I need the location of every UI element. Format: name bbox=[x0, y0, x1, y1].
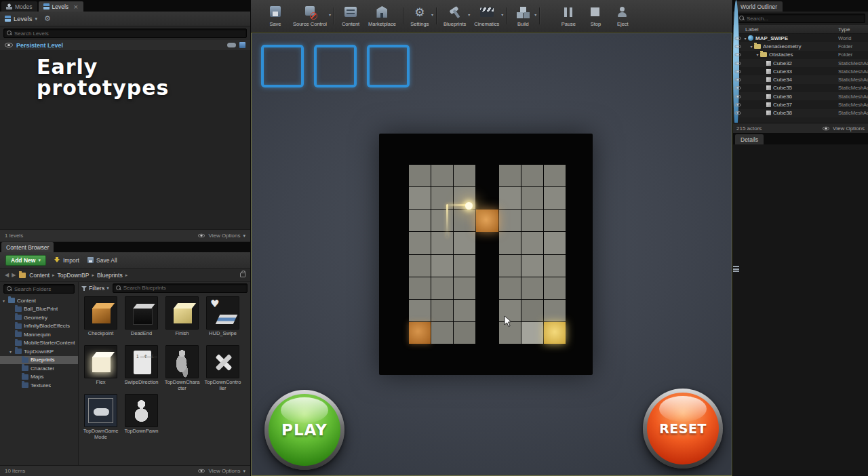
lock-icon[interactable] bbox=[240, 273, 245, 277]
outliner-row-arenageometry[interactable]: ▾ArenaGeometryFolder bbox=[733, 42, 868, 50]
eye-icon[interactable] bbox=[5, 43, 13, 47]
breadcrumb-item-topdownbp[interactable]: TopDownBP bbox=[58, 272, 90, 279]
board-tile bbox=[499, 187, 521, 209]
asset-deadend[interactable]: DeadEnd bbox=[123, 296, 160, 342]
pause-button[interactable]: Pause bbox=[555, 3, 582, 28]
stop-button[interactable]: Stop bbox=[582, 3, 609, 28]
content-button[interactable]: Content bbox=[337, 3, 364, 28]
content-browser-body: ▾ContentBall_BluePrintGeometryInfinityBl… bbox=[0, 282, 250, 465]
asset-finish[interactable]: Finish bbox=[163, 296, 201, 342]
tab-levels[interactable]: Levels × bbox=[39, 1, 83, 12]
reset-button[interactable]: RESET bbox=[643, 389, 723, 469]
board-tile bbox=[521, 300, 543, 321]
add-new-button[interactable]: Add New ▾ bbox=[5, 255, 46, 266]
view-options-button[interactable]: View Options bbox=[208, 468, 240, 474]
eye-icon[interactable] bbox=[735, 53, 741, 56]
cube-icon bbox=[766, 102, 771, 107]
eye-icon[interactable] bbox=[735, 103, 741, 106]
save-button[interactable]: Save bbox=[262, 3, 289, 28]
asset-flex[interactable]: Flex bbox=[82, 345, 119, 391]
outliner-row-cube37[interactable]: Cube37StaticMeshActor bbox=[733, 100, 868, 108]
content-browser-actions: Add New ▾ Import Save All bbox=[0, 252, 250, 269]
eject-button[interactable]: Eject bbox=[609, 3, 636, 28]
save-icon bbox=[267, 5, 283, 20]
eye-icon[interactable] bbox=[735, 95, 741, 98]
folder-item-maps[interactable]: Maps bbox=[0, 373, 78, 382]
folder-item-textures[interactable]: Textures bbox=[0, 381, 78, 390]
breadcrumb-item-content[interactable]: Content bbox=[29, 272, 50, 279]
assets-search-input[interactable] bbox=[123, 285, 244, 291]
build-button[interactable]: Build▾ bbox=[509, 3, 536, 28]
tab-modes[interactable]: Modes bbox=[1, 1, 37, 12]
asset-topdowncontroller[interactable]: TopDownController bbox=[204, 345, 241, 391]
view-options-button[interactable]: View Options bbox=[208, 233, 240, 239]
folders-search[interactable] bbox=[3, 284, 75, 294]
save-level-icon[interactable] bbox=[239, 42, 245, 48]
folder-item-infinitybladeeffects[interactable]: InfinityBladeEffects bbox=[0, 322, 78, 331]
marketplace-button[interactable]: Marketplace bbox=[364, 3, 400, 28]
outliner-row-cube38[interactable]: Cube38StaticMeshActor bbox=[733, 109, 868, 117]
eye-icon[interactable] bbox=[735, 78, 741, 81]
blueprints-button[interactable]: Blueprints▾ bbox=[439, 3, 470, 28]
close-icon[interactable]: × bbox=[73, 3, 79, 10]
game-viewport[interactable]: PLAY RESET bbox=[251, 33, 732, 476]
column-type[interactable]: Type bbox=[838, 26, 868, 33]
levels-search[interactable] bbox=[3, 28, 247, 38]
folder-item-ball-blueprint[interactable]: Ball_BluePrint bbox=[0, 305, 78, 314]
levels-search-input[interactable] bbox=[14, 31, 243, 37]
source-control-button[interactable]: Source Control▾ bbox=[289, 3, 331, 28]
outliner-row-obstacles[interactable]: ▾ObstaclesFolder bbox=[733, 51, 868, 59]
outliner-row-cube34[interactable]: Cube34StaticMeshActor bbox=[733, 75, 868, 83]
persistent-level-row[interactable]: Persistent Level bbox=[0, 40, 250, 50]
cinematics-button[interactable]: Cinematics▾ bbox=[470, 3, 503, 28]
tab-details[interactable]: Details bbox=[735, 134, 764, 144]
view-options-button[interactable]: View Options bbox=[833, 125, 865, 132]
right-dock: World Outliner Label Type ▾MAP_SWIPEWorl… bbox=[732, 0, 868, 476]
back-button[interactable]: ◀ bbox=[5, 272, 9, 278]
content-browser-tab-label: Content Browser bbox=[6, 244, 49, 251]
outliner-row-cube32[interactable]: Cube32StaticMeshActor bbox=[733, 59, 868, 67]
eye-icon[interactable] bbox=[735, 45, 741, 48]
folder-item-geometry[interactable]: Geometry bbox=[0, 313, 78, 322]
forward-button[interactable]: ▶ bbox=[12, 272, 16, 278]
filters-button[interactable]: Filters ▾ bbox=[81, 285, 109, 292]
folder-item-mannequin[interactable]: Mannequin bbox=[0, 330, 78, 339]
outliner-row-map-swipe[interactable]: ▾MAP_SWIPEWorld bbox=[733, 34, 868, 42]
asset-hud-swipe[interactable]: HUD_Swipe bbox=[204, 296, 241, 342]
asset-topdowncharacter[interactable]: TopDownCharacter bbox=[163, 345, 201, 391]
eye-icon[interactable] bbox=[735, 37, 741, 40]
column-label[interactable]: Label bbox=[733, 26, 838, 33]
outliner-search-input[interactable] bbox=[747, 16, 862, 22]
gamepad-icon[interactable] bbox=[227, 43, 236, 47]
eye-icon[interactable] bbox=[735, 111, 741, 115]
assets-search[interactable] bbox=[113, 283, 248, 293]
gear-icon[interactable]: ⚙ bbox=[44, 15, 51, 22]
breadcrumb-item-blueprints[interactable]: Blueprints bbox=[97, 272, 123, 279]
save-all-button[interactable]: Save All bbox=[87, 257, 117, 264]
asset-checkpoint[interactable]: Checkpoint bbox=[82, 296, 119, 342]
folder-item-content[interactable]: ▾Content bbox=[0, 296, 78, 305]
eye-icon[interactable] bbox=[735, 70, 741, 73]
eye-icon[interactable] bbox=[735, 61, 741, 64]
outliner-row-cube33[interactable]: Cube33StaticMeshActor bbox=[733, 67, 868, 75]
eye-icon[interactable] bbox=[735, 86, 741, 90]
chevron-down-icon: ▾ bbox=[106, 285, 109, 291]
import-button[interactable]: Import bbox=[54, 257, 79, 264]
asset-label: DeadEnd bbox=[123, 331, 160, 342]
outliner-row-cube35[interactable]: Cube35StaticMeshActor bbox=[733, 84, 868, 92]
folder-item-blueprints[interactable]: Blueprints bbox=[0, 356, 78, 365]
outliner-row-cube36[interactable]: Cube36StaticMeshActor bbox=[733, 92, 868, 100]
folder-item-topdownbp[interactable]: ▾TopDownBP bbox=[0, 347, 78, 356]
folders-search-input[interactable] bbox=[14, 286, 71, 292]
levels-dropdown[interactable]: Levels ▾ bbox=[5, 15, 37, 22]
folder-item-mobilestartercontent[interactable]: MobileStarterContent bbox=[0, 339, 78, 348]
settings-button[interactable]: ⚙Settings▾ bbox=[406, 3, 433, 28]
tab-world-outliner[interactable]: World Outliner bbox=[735, 1, 783, 12]
outliner-search[interactable] bbox=[736, 14, 865, 23]
play-button[interactable]: PLAY bbox=[264, 390, 344, 470]
folder-item-character[interactable]: Character bbox=[0, 364, 78, 373]
tab-content-browser[interactable]: Content Browser bbox=[1, 242, 54, 252]
asset-swipedirection[interactable]: SwipeDirection bbox=[123, 345, 160, 391]
asset-topdowngamemode[interactable]: TopDownGameMode bbox=[82, 394, 119, 440]
asset-topdownpawn[interactable]: TopDownPawn bbox=[123, 394, 160, 440]
